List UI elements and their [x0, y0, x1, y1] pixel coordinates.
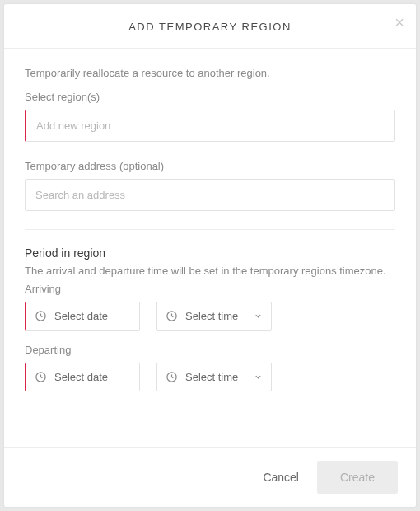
period-section: Period in region The arrival and departu… — [25, 246, 395, 391]
period-description: The arrival and departure time will be s… — [25, 263, 395, 279]
clock-icon — [35, 310, 47, 322]
address-field-group: Temporary address (optional) — [25, 160, 395, 211]
departing-time-text: Select time — [185, 371, 246, 383]
clock-icon — [35, 371, 47, 383]
arriving-label: Arriving — [25, 283, 395, 295]
modal-body: Temporarily reallocate a resource to ano… — [4, 49, 416, 447]
modal-title: ADD TEMPORARY REGION — [25, 21, 395, 33]
arriving-date-picker[interactable]: Select date — [25, 302, 140, 331]
region-label: Select region(s) — [25, 91, 395, 103]
period-title: Period in region — [25, 246, 395, 260]
modal-header: ADD TEMPORARY REGION × — [4, 4, 416, 49]
modal-description: Temporarily reallocate a resource to ano… — [25, 67, 395, 79]
address-label: Temporary address (optional) — [25, 160, 395, 172]
arriving-row: Select date Select time — [25, 302, 395, 331]
close-button[interactable]: × — [394, 14, 404, 30]
create-button[interactable]: Create — [317, 461, 398, 494]
chevron-down-icon — [254, 373, 263, 382]
modal-footer: Cancel Create — [4, 447, 416, 507]
departing-label: Departing — [25, 344, 395, 356]
clock-icon — [166, 371, 178, 383]
section-divider — [25, 229, 395, 230]
region-field-group: Select region(s) — [25, 91, 395, 142]
departing-row: Select date Select time — [25, 363, 395, 391]
cancel-button[interactable]: Cancel — [263, 471, 299, 484]
chevron-down-icon — [254, 312, 263, 321]
clock-icon — [166, 310, 178, 322]
departing-date-picker[interactable]: Select date — [25, 363, 140, 391]
departing-time-picker[interactable]: Select time — [156, 363, 272, 391]
arriving-time-text: Select time — [185, 310, 246, 322]
add-temporary-region-modal: ADD TEMPORARY REGION × Temporarily reall… — [4, 4, 416, 507]
close-icon: × — [394, 13, 404, 31]
region-input[interactable] — [25, 110, 395, 142]
arriving-date-text: Select date — [54, 310, 131, 322]
address-input[interactable] — [25, 179, 395, 211]
departing-date-text: Select date — [54, 371, 131, 383]
arriving-time-picker[interactable]: Select time — [156, 302, 272, 331]
